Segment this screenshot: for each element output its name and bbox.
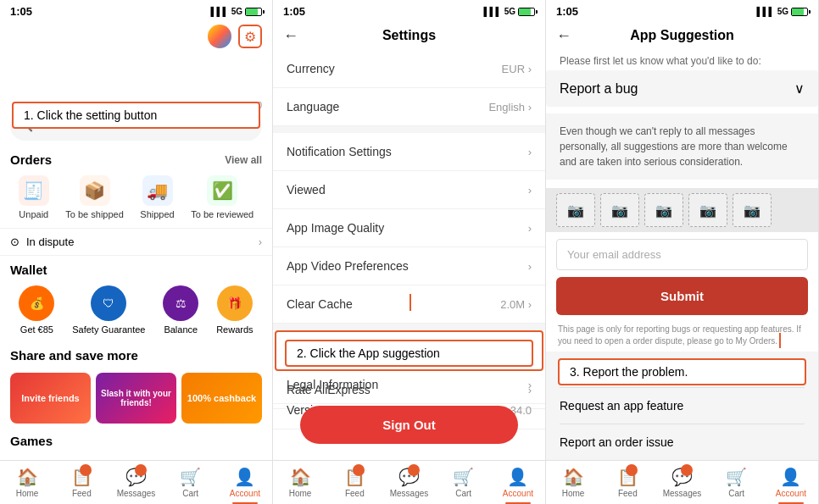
share-banners: Invite friends Slash it with your friend… [0,368,272,429]
battery-icon-2 [518,8,535,16]
clear-cache-label: Clear Cache [287,297,353,311]
in-dispute-row[interactable]: ⊙ In dispute › [0,228,272,256]
settings-currency[interactable]: Currency EUR › [273,50,545,88]
submit-button[interactable]: Submit [556,277,808,315]
email-input[interactable]: Your email address [556,239,808,270]
photo-slot-2[interactable]: 📷 [600,193,639,227]
nav-account-3[interactable]: 👤 Account [764,461,818,504]
panel-home: 1:05 ▌▌▌ 5G ⚙ 1. Click the setting butto… [0,0,273,504]
banner-slash[interactable]: Slash it with your friends! [96,373,176,424]
annotation-step-3: 3. Report the problem. [558,358,806,385]
arrow-connector-2 [410,294,411,311]
image-quality-label: App Image Quality [287,221,384,235]
cart-label: Cart [182,489,198,498]
banner-invite[interactable]: Invite friends [10,373,91,424]
photo-slot-1[interactable]: 📷 [556,193,595,227]
safety-label: Safety Guarantee [72,324,145,335]
settings-video-prefs[interactable]: App Video Preferences › [273,247,545,285]
signal-bars-icon: ▌▌▌ [210,7,228,16]
messages-label-3: Messages [663,489,702,498]
nav-messages-3[interactable]: 💬 Messages [655,461,709,504]
order-reviewed[interactable]: ✅ To be reviewed [191,175,254,219]
shipped-icon: 📦 [80,175,110,206]
divider-2 [273,324,545,330]
network-type-3: 5G [777,7,788,16]
panel-settings: 1:05 ▌▌▌ 5G ← Settings Currency EUR › La… [273,0,546,504]
nav-messages-1[interactable]: 💬 Messages [109,461,163,504]
home-icon-3: 🏠 [563,467,584,487]
nav-cart-1[interactable]: 🛒 Cart [164,461,218,504]
gear-settings-icon[interactable]: ⚙ [238,25,262,48]
feed-label: Feed [72,489,92,498]
wallet-rewards[interactable]: 🎁 Rewards [216,285,253,335]
bug-option-order[interactable]: Report an order issue [560,424,805,460]
cart-icon-3: 🛒 [726,467,747,487]
settings-language[interactable]: Language English › [273,88,545,126]
messages-badge-3 [681,464,693,476]
home-label-2: Home [289,489,312,498]
back-arrow-icon[interactable]: ← [283,27,298,45]
nav-home-1[interactable]: 🏠 Home [0,461,54,504]
wallet-balance[interactable]: ⚖ Balance [163,285,198,335]
nav-account-2[interactable]: 👤 Account [491,461,545,504]
settings-image-quality[interactable]: App Image Quality › [273,209,545,247]
review-icon: ✅ [207,175,237,206]
battery-icon-1 [245,8,262,16]
home-icon-2: 🏠 [290,467,311,487]
video-prefs-arrow: › [528,260,532,273]
bug-option-feature[interactable]: Request an app feature [560,388,805,424]
shipped-label: Shipped [140,209,174,219]
image-quality-arrow: › [528,222,532,235]
account-label-2: Account [503,489,533,498]
prompt-label: Please first let us know what you'd like… [546,50,818,70]
battery-icon-3 [791,8,808,16]
safety-icon: 🛡 [91,285,126,321]
banner-cashback[interactable]: 100% cashback [181,373,262,424]
share-title: Share and save more [10,348,138,363]
nav-cart-3[interactable]: 🛒 Cart [710,461,764,504]
photo-slot-5[interactable]: 📷 [733,193,772,227]
orders-grid: 🧾 Unpaid 📦 To be shipped 🚚 Shipped ✅ To … [0,172,272,228]
panel-app-suggestion: 1:05 ▌▌▌ 5G ← App Suggestion Please firs… [546,0,819,504]
video-prefs-label: App Video Preferences [287,259,409,273]
photo-slot-4[interactable]: 📷 [688,193,727,227]
wallet-get-euros[interactable]: 💰 Get €85 [19,285,54,335]
photo-slot-3[interactable]: 📷 [644,193,683,227]
currency-label: Currency [287,62,335,75]
sign-out-button[interactable]: Sign Out [300,406,518,444]
nav-cart-2[interactable]: 🛒 Cart [437,461,491,504]
cart-label-3: Cart [728,489,744,498]
banner-invite-label: Invite friends [21,393,79,403]
view-all-orders[interactable]: View all [225,154,262,166]
order-to-be-shipped[interactable]: 📦 To be shipped [65,175,124,219]
games-section: Games [0,429,272,451]
wallet-safety[interactable]: 🛡 Safety Guarantee [72,285,145,335]
nav-home-3[interactable]: 🏠 Home [546,461,600,504]
report-type-dropdown[interactable]: Report a bug ∨ [546,70,818,107]
email-placeholder: Your email address [567,248,661,261]
dispute-label: In dispute [26,235,74,248]
dispute-icon: ⊙ [10,235,20,248]
get-euros-label: Get €85 [20,324,53,335]
rewards-label: Rewards [216,324,253,335]
order-unpaid[interactable]: 🧾 Unpaid [19,175,49,219]
nav-home-2[interactable]: 🏠 Home [273,461,327,504]
nav-feed-2[interactable]: 📋 Feed [327,461,382,504]
network-type-2: 5G [504,7,515,16]
order-shipped[interactable]: 🚚 Shipped [140,175,174,219]
clear-cache-value: 2.0M › [500,298,532,311]
nav-messages-2[interactable]: 💬 Messages [382,461,436,504]
nav-feed-1[interactable]: 📋 Feed [54,461,109,504]
settings-title: Settings [382,28,436,43]
orders-section-header: Orders View all [0,146,272,172]
language-label: Language [287,100,339,114]
legal-label: Legal Information [287,378,378,391]
back-arrow-3[interactable]: ← [556,27,571,45]
nav-account-1[interactable]: 👤 Account [218,461,272,504]
settings-viewed[interactable]: Viewed › [273,171,545,209]
nav-feed-3[interactable]: 📋 Feed [600,461,655,504]
sign-out-container: Sign Out [273,392,545,457]
chevron-down-icon: ∨ [794,80,805,97]
settings-notifications[interactable]: Notification Settings › [273,133,545,171]
p1-header: ⚙ [0,21,272,53]
